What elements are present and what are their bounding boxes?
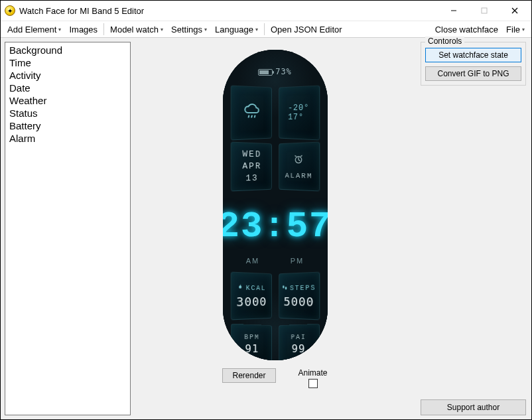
menu-model-watch[interactable]: Model watch▾ xyxy=(106,23,167,36)
animate-checkbox[interactable] xyxy=(308,379,318,388)
pai-value: 99 xyxy=(291,342,305,355)
menubar: Add Element▾ Images Model watch▾ Setting… xyxy=(1,21,531,38)
menu-divider xyxy=(103,23,104,35)
date-alarm-row: WED APR 13 ALARM xyxy=(231,143,320,190)
watch-preview: 73% -20° 17° xyxy=(223,50,328,360)
list-item[interactable]: Activity xyxy=(7,69,129,82)
right-panel: Contorols Set watchface state Convert GI… xyxy=(415,38,531,419)
svg-rect-1 xyxy=(482,8,487,13)
pai-pane: PAI 99 xyxy=(279,324,320,360)
menu-images[interactable]: Images xyxy=(65,23,101,36)
steps-label: STEPS xyxy=(290,284,316,292)
menu-file[interactable]: File▾ xyxy=(502,23,529,36)
main-area: Background Time Activity Date Weather St… xyxy=(1,38,531,419)
minimize-button[interactable] xyxy=(438,1,469,21)
list-item[interactable]: Battery xyxy=(7,119,129,132)
activity-row: KCAL 3000 STEPS 5000 xyxy=(231,273,320,319)
support-author-button[interactable]: Support author xyxy=(421,399,526,415)
health-row: BPM 91 PAI 99 xyxy=(231,324,320,360)
animate-label: Animate xyxy=(299,368,328,378)
alarm-icon xyxy=(293,153,304,169)
weather-row: -20° 17° xyxy=(231,86,320,139)
svg-line-5 xyxy=(251,115,252,118)
day: 13 xyxy=(242,173,261,185)
list-item[interactable]: Status xyxy=(7,107,129,119)
pai-label: PAI xyxy=(291,334,306,341)
menu-divider xyxy=(264,23,265,35)
temp-high: 17° xyxy=(288,113,309,122)
am-label: AM xyxy=(246,257,260,265)
digital-time: 23:57 xyxy=(223,206,328,247)
kcal-value: 3000 xyxy=(236,294,267,309)
list-item[interactable]: Time xyxy=(7,56,129,69)
cloud-rain-icon xyxy=(242,104,261,123)
steps-pane: STEPS 5000 xyxy=(279,272,320,320)
bpm-value: 91 xyxy=(245,342,259,355)
close-button[interactable] xyxy=(499,1,530,21)
time-panel: 23:57 xyxy=(231,194,320,258)
pm-label: PM xyxy=(291,257,304,265)
convert-gif-button[interactable]: Convert GIF to PNG xyxy=(425,66,521,81)
svg-line-6 xyxy=(254,115,255,118)
battery-indicator: 73% xyxy=(231,67,320,76)
window-title: Watch Face for MI Band 5 Editor xyxy=(19,6,144,16)
controls-group: Contorols Set watchface state Convert GI… xyxy=(421,42,526,86)
svg-line-9 xyxy=(299,159,300,161)
menu-add-element[interactable]: Add Element▾ xyxy=(3,23,65,36)
ampm-row: AM PM xyxy=(231,257,320,265)
titlebar: ✦ Watch Face for MI Band 5 Editor xyxy=(1,1,531,21)
svg-point-12 xyxy=(283,285,285,288)
app-icon: ✦ xyxy=(5,5,15,16)
battery-icon xyxy=(258,69,273,76)
battery-text: 73% xyxy=(275,67,292,76)
menu-language[interactable]: Language▾ xyxy=(211,23,262,36)
flame-icon xyxy=(237,283,243,292)
menu-close-watchface[interactable]: Close watchface xyxy=(431,23,502,36)
list-item[interactable]: Date xyxy=(7,82,129,94)
svg-line-11 xyxy=(300,155,302,157)
steps-value: 5000 xyxy=(283,294,314,309)
steps-icon xyxy=(282,284,288,293)
temperature-pane: -20° 17° xyxy=(279,85,320,140)
element-list[interactable]: Background Time Activity Date Weather St… xyxy=(5,42,131,415)
list-item[interactable]: Weather xyxy=(7,94,129,107)
alarm-label: ALARM xyxy=(285,171,312,180)
svg-point-13 xyxy=(285,287,287,289)
set-watchface-state-button[interactable]: Set watchface state xyxy=(425,48,521,62)
list-item[interactable]: Background xyxy=(7,44,129,56)
menu-open-json[interactable]: Open JSON Editor xyxy=(267,23,346,36)
menu-settings[interactable]: Settings▾ xyxy=(167,23,211,36)
preview-controls: Rerender Animate xyxy=(222,368,327,388)
bpm-label: BPM xyxy=(244,334,259,341)
svg-line-10 xyxy=(295,155,296,157)
date-pane: WED APR 13 xyxy=(230,142,271,192)
kcal-label: KCAL xyxy=(245,284,266,291)
bpm-pane: BPM 91 xyxy=(230,324,271,360)
weather-icon-pane xyxy=(230,85,271,140)
rerender-button[interactable]: Rerender xyxy=(222,368,275,383)
maximize-button[interactable] xyxy=(469,1,499,21)
alarm-pane: ALARM xyxy=(279,142,320,192)
month: APR xyxy=(242,161,261,173)
svg-line-4 xyxy=(248,115,249,118)
weekday: WED xyxy=(242,149,261,161)
kcal-pane: KCAL 3000 xyxy=(230,272,271,320)
preview-area: 73% -20° 17° xyxy=(135,38,415,419)
controls-group-label: Contorols xyxy=(425,36,464,46)
list-item[interactable]: Alarm xyxy=(7,132,129,145)
temp-low: -20° xyxy=(288,104,309,113)
